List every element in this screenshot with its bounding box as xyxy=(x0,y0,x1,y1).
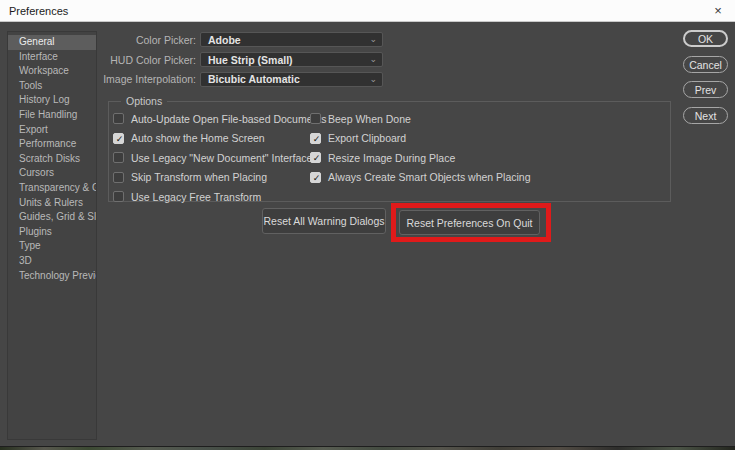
checkbox-label: Beep When Done xyxy=(328,113,411,125)
sidebar-item-history-log[interactable]: History Log xyxy=(8,93,96,108)
cancel-button[interactable]: Cancel xyxy=(683,56,728,73)
checkbox[interactable] xyxy=(113,113,124,124)
checkbox-label: Resize Image During Place xyxy=(328,152,455,164)
options-legend: Options xyxy=(121,95,167,107)
option-beep-when-done[interactable]: Beep When Done xyxy=(310,109,531,129)
preferences-category-list: General Interface Workspace Tools Histor… xyxy=(7,31,97,440)
sidebar-item-3d[interactable]: 3D xyxy=(8,254,96,269)
hud-color-picker-label: HUD Color Picker: xyxy=(78,54,196,66)
image-interpolation-value: Bicubic Automatic xyxy=(208,73,300,85)
checkbox-label: Export Clipboard xyxy=(328,132,406,144)
options-group: Options Auto-Update Open File-based Docu… xyxy=(108,101,671,202)
sidebar-item-guides-grid-slices[interactable]: Guides, Grid & Slices xyxy=(8,210,96,225)
sidebar-item-file-handling[interactable]: File Handling xyxy=(8,108,96,123)
chevron-down-icon: ⌄ xyxy=(369,33,377,46)
hud-color-picker-value: Hue Strip (Small) xyxy=(208,54,293,66)
image-interpolation-select[interactable]: Bicubic Automatic ⌄ xyxy=(200,72,383,87)
hud-color-picker-select[interactable]: Hue Strip (Small) ⌄ xyxy=(200,52,383,67)
sidebar-item-units-rulers[interactable]: Units & Rulers xyxy=(8,196,96,211)
sidebar-item-cursors[interactable]: Cursors xyxy=(8,166,96,181)
options-right-column: Beep When Done Export Clipboard Resize I… xyxy=(310,109,531,187)
option-use-legacy-new-document[interactable]: Use Legacy "New Document" Interface xyxy=(113,148,327,168)
ok-button[interactable]: OK xyxy=(683,30,728,47)
prev-button[interactable]: Prev xyxy=(683,81,728,98)
sidebar-item-type[interactable]: Type xyxy=(8,239,96,254)
window-title: Preferences xyxy=(9,5,68,17)
sidebar-item-export[interactable]: Export xyxy=(8,123,96,138)
checkbox[interactable] xyxy=(113,172,124,183)
sidebar-item-plugins[interactable]: Plugins xyxy=(8,225,96,240)
sidebar-item-performance[interactable]: Performance xyxy=(8,137,96,152)
checkbox-label: Auto-Update Open File-based Documents xyxy=(131,113,327,125)
checkbox[interactable] xyxy=(310,152,321,163)
checkbox[interactable] xyxy=(113,191,124,202)
checkbox[interactable] xyxy=(310,133,321,144)
option-resize-image-during-place[interactable]: Resize Image During Place xyxy=(310,148,531,168)
checkbox-label: Skip Transform when Placing xyxy=(131,171,267,183)
color-picker-label: Color Picker: xyxy=(78,34,196,46)
options-left-column: Auto-Update Open File-based Documents Au… xyxy=(113,109,327,207)
checkbox-label: Use Legacy Free Transform xyxy=(131,191,261,203)
reset-preferences-on-quit-button[interactable]: Reset Preferences On Quit xyxy=(399,210,540,235)
checkbox-label: Use Legacy "New Document" Interface xyxy=(131,152,312,164)
checkbox-label: Auto show the Home Screen xyxy=(131,132,265,144)
checkbox[interactable] xyxy=(113,152,124,163)
option-auto-update-open-documents[interactable]: Auto-Update Open File-based Documents xyxy=(113,109,327,129)
close-icon[interactable]: × xyxy=(701,0,735,21)
option-auto-show-home-screen[interactable]: Auto show the Home Screen xyxy=(113,129,327,149)
checkbox[interactable] xyxy=(113,133,124,144)
checkbox-label: Always Create Smart Objects when Placing xyxy=(328,171,531,183)
checkbox[interactable] xyxy=(310,172,321,183)
desktop-background-strip xyxy=(0,446,735,450)
option-always-create-smart-objects[interactable]: Always Create Smart Objects when Placing xyxy=(310,168,531,188)
sidebar-item-transparency-gamut[interactable]: Transparency & Gamut xyxy=(8,181,96,196)
reset-all-warning-dialogs-button[interactable]: Reset All Warning Dialogs xyxy=(262,208,386,234)
option-use-legacy-free-transform[interactable]: Use Legacy Free Transform xyxy=(113,187,327,207)
color-picker-value: Adobe xyxy=(208,34,241,46)
titlebar: Preferences × xyxy=(0,0,735,22)
image-interpolation-label: Image Interpolation: xyxy=(78,73,196,85)
chevron-down-icon: ⌄ xyxy=(369,73,377,86)
color-picker-select[interactable]: Adobe ⌄ xyxy=(200,32,383,47)
sidebar-item-scratch-disks[interactable]: Scratch Disks xyxy=(8,152,96,167)
option-skip-transform-when-placing[interactable]: Skip Transform when Placing xyxy=(113,168,327,188)
chevron-down-icon: ⌄ xyxy=(369,53,377,66)
sidebar-item-technology-previews[interactable]: Technology Previews xyxy=(8,269,96,284)
next-button[interactable]: Next xyxy=(683,107,728,124)
preferences-dialog: General Interface Workspace Tools Histor… xyxy=(0,22,735,446)
option-export-clipboard[interactable]: Export Clipboard xyxy=(310,129,531,149)
checkbox[interactable] xyxy=(310,113,321,124)
